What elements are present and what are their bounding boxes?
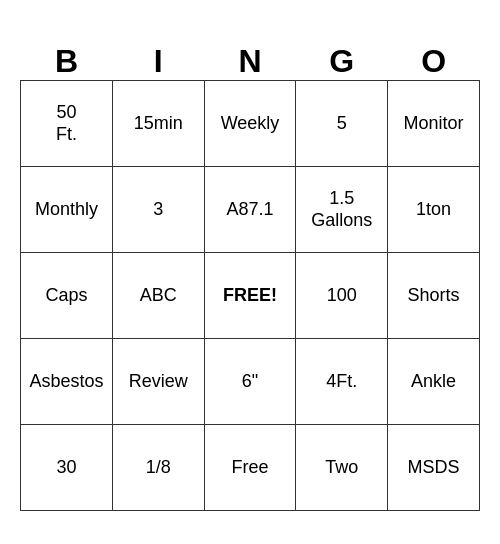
bingo-cell-2-4: Shorts xyxy=(388,253,480,339)
bingo-card: BINGO 50Ft.15minWeekly5MonitorMonthly3A8… xyxy=(20,33,480,512)
bingo-cell-3-4: Ankle xyxy=(388,339,480,425)
bingo-header-G: G xyxy=(296,33,388,81)
bingo-cell-1-1: 3 xyxy=(112,167,204,253)
bingo-cell-0-1: 15min xyxy=(112,81,204,167)
bingo-cell-1-4: 1ton xyxy=(388,167,480,253)
bingo-row-2: CapsABCFREE!100Shorts xyxy=(21,253,480,339)
bingo-cell-0-4: Monitor xyxy=(388,81,480,167)
bingo-cell-2-3: 100 xyxy=(296,253,388,339)
bingo-row-3: AsbestosReview6"4Ft.Ankle xyxy=(21,339,480,425)
bingo-row-0: 50Ft.15minWeekly5Monitor xyxy=(21,81,480,167)
bingo-cell-1-0: Monthly xyxy=(21,167,113,253)
bingo-cell-4-1: 1/8 xyxy=(112,425,204,511)
bingo-cell-4-3: Two xyxy=(296,425,388,511)
bingo-cell-4-4: MSDS xyxy=(388,425,480,511)
bingo-cell-0-0: 50Ft. xyxy=(21,81,113,167)
bingo-header-I: I xyxy=(112,33,204,81)
bingo-header-O: O xyxy=(388,33,480,81)
bingo-row-4: 301/8FreeTwoMSDS xyxy=(21,425,480,511)
bingo-cell-2-2: FREE! xyxy=(204,253,296,339)
bingo-cell-3-0: Asbestos xyxy=(21,339,113,425)
bingo-cell-2-1: ABC xyxy=(112,253,204,339)
bingo-cell-4-2: Free xyxy=(204,425,296,511)
bingo-cell-1-2: A87.1 xyxy=(204,167,296,253)
bingo-cell-3-3: 4Ft. xyxy=(296,339,388,425)
bingo-cell-1-3: 1.5Gallons xyxy=(296,167,388,253)
bingo-cell-0-3: 5 xyxy=(296,81,388,167)
bingo-cell-0-2: Weekly xyxy=(204,81,296,167)
bingo-cell-3-1: Review xyxy=(112,339,204,425)
bingo-cell-4-0: 30 xyxy=(21,425,113,511)
bingo-row-1: Monthly3A87.11.5Gallons1ton xyxy=(21,167,480,253)
bingo-cell-3-2: 6" xyxy=(204,339,296,425)
bingo-header-B: B xyxy=(21,33,113,81)
bingo-cell-2-0: Caps xyxy=(21,253,113,339)
bingo-header-N: N xyxy=(204,33,296,81)
